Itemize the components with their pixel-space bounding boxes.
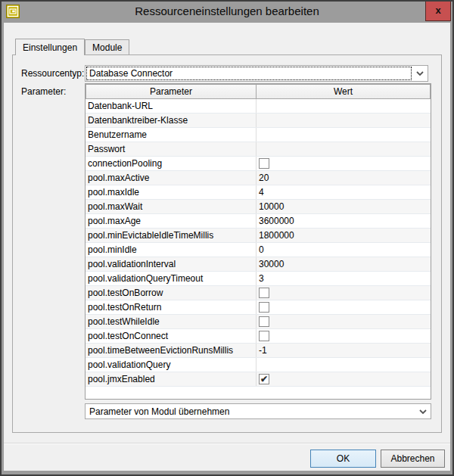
- param-name-cell: pool.testOnConnect: [86, 329, 257, 343]
- param-name-cell: pool.testWhileIdle: [86, 315, 257, 328]
- table-row[interactable]: pool.jmxEnabled ✔: [86, 372, 431, 387]
- table-row[interactable]: Passwort: [86, 142, 431, 157]
- table-row[interactable]: pool.testOnConnect: [86, 329, 431, 344]
- module-parameter-dropdown[interactable]: Parameter von Modul übernehmen: [85, 403, 431, 419]
- checkbox-unchecked[interactable]: [259, 302, 269, 313]
- param-name-cell: pool.timeBetweenEvictionRunsMillis: [86, 344, 257, 357]
- param-name-cell: pool.testOnReturn: [86, 300, 257, 314]
- titlebar[interactable]: Ressourceneinstellungen bearbeiten x: [2, 2, 452, 23]
- tab-strip: Einstellungen Module: [15, 39, 129, 54]
- ok-button[interactable]: OK: [310, 450, 376, 468]
- param-name-cell: pool.maxWait: [86, 200, 257, 213]
- param-name-cell: pool.jmxEnabled: [86, 372, 257, 386]
- table-row[interactable]: pool.maxIdle 4: [86, 185, 431, 200]
- dialog-content: Einstellungen Module Ressourcentyp: Data…: [4, 23, 450, 471]
- param-name-cell: pool.validationQuery: [86, 358, 257, 372]
- param-value-cell[interactable]: [257, 286, 431, 300]
- checkbox-unchecked[interactable]: [259, 288, 269, 298]
- param-name-cell: Benutzername: [86, 128, 257, 142]
- param-value-cell[interactable]: [257, 114, 431, 127]
- param-value-cell[interactable]: 0: [257, 243, 431, 257]
- param-value-cell[interactable]: 3600000: [257, 214, 431, 228]
- param-name-cell: pool.maxActive: [86, 171, 257, 185]
- checkbox-unchecked[interactable]: [259, 316, 269, 327]
- param-name-cell: Passwort: [86, 142, 257, 156]
- param-name-cell: pool.validationQueryTimeout: [86, 272, 257, 285]
- param-value-cell[interactable]: 30000: [257, 257, 431, 271]
- param-value-cell[interactable]: [257, 315, 431, 328]
- parameter-label: Parameter:: [21, 86, 66, 97]
- table-row[interactable]: pool.testOnReturn: [86, 300, 431, 315]
- param-value-cell[interactable]: ✔: [257, 372, 431, 386]
- table-row[interactable]: Datenbanktreiber-Klasse: [86, 114, 431, 128]
- param-value-cell[interactable]: 3: [257, 272, 431, 285]
- chevron-down-icon: [416, 71, 424, 76]
- close-button[interactable]: x: [425, 2, 451, 21]
- column-header-wert[interactable]: Wert: [257, 84, 431, 99]
- table-row[interactable]: pool.validationQuery: [86, 358, 431, 372]
- table-row[interactable]: pool.validationQueryTimeout 3: [86, 272, 431, 286]
- window-title: Ressourceneinstellungen bearbeiten: [2, 5, 452, 17]
- param-name-cell: pool.minIdle: [86, 243, 257, 257]
- table-row[interactable]: pool.maxWait 10000: [86, 200, 431, 214]
- dialog-window: Ressourceneinstellungen bearbeiten x Ein…: [0, 0, 454, 476]
- param-value-cell[interactable]: [257, 128, 431, 142]
- table-row[interactable]: pool.timeBetweenEvictionRunsMillis -1: [86, 344, 431, 358]
- parameter-table: Parameter Wert Datenbank-URL Datenbanktr…: [85, 83, 431, 400]
- tab-einstellungen[interactable]: Einstellungen: [15, 39, 85, 55]
- table-row[interactable]: pool.testOnBorrow: [86, 286, 431, 300]
- checkbox-unchecked[interactable]: [259, 331, 269, 341]
- tab-module[interactable]: Module: [85, 39, 129, 54]
- checkbox-unchecked[interactable]: [259, 158, 269, 169]
- table-row[interactable]: Datenbank-URL: [86, 99, 431, 114]
- table-row[interactable]: pool.minIdle 0: [86, 243, 431, 257]
- table-row[interactable]: pool.testWhileIdle: [86, 315, 431, 329]
- param-name-cell: pool.maxIdle: [86, 185, 257, 199]
- param-value-cell[interactable]: 1800000: [257, 229, 431, 242]
- chevron-down-icon: [419, 409, 427, 415]
- module-parameter-dropdown-value: Parameter von Modul übernehmen: [87, 406, 414, 417]
- column-header-parameter[interactable]: Parameter: [86, 84, 257, 99]
- param-value-cell[interactable]: [257, 157, 431, 170]
- param-value-cell[interactable]: [257, 358, 431, 372]
- parameter-table-header: Parameter Wert: [86, 84, 431, 99]
- close-icon: x: [435, 5, 440, 16]
- cancel-button[interactable]: Abbrechen: [381, 450, 445, 468]
- resource-type-value: Database Connector: [87, 67, 411, 79]
- param-name-cell: pool.testOnBorrow: [86, 286, 257, 300]
- param-name-cell: Datenbank-URL: [86, 99, 257, 113]
- checkbox-checked[interactable]: ✔: [259, 374, 269, 384]
- table-row[interactable]: Benutzername: [86, 128, 431, 142]
- resource-type-label: Ressourcentyp:: [21, 68, 84, 79]
- button-bar-separator: [4, 443, 450, 444]
- param-value-cell[interactable]: 10000: [257, 200, 431, 213]
- table-row[interactable]: connectionPooling: [86, 157, 431, 171]
- param-name-cell: pool.maxAge: [86, 214, 257, 228]
- param-name-cell: connectionPooling: [86, 157, 257, 170]
- param-value-cell[interactable]: 20: [257, 171, 431, 185]
- param-name-cell: pool.minEvictableIdleTimeMillis: [86, 229, 257, 242]
- param-name-cell: pool.validationInterval: [86, 257, 257, 271]
- param-name-cell: Datenbanktreiber-Klasse: [86, 114, 257, 127]
- table-row[interactable]: pool.maxAge 3600000: [86, 214, 431, 229]
- table-row[interactable]: pool.minEvictableIdleTimeMillis 1800000: [86, 229, 431, 243]
- param-value-cell[interactable]: [257, 142, 431, 156]
- parameter-table-body: Datenbank-URL Datenbanktreiber-Klasse Be…: [86, 99, 431, 387]
- settings-tab-panel: Ressourcentyp: Database Connector Parame…: [12, 54, 442, 433]
- param-value-cell[interactable]: -1: [257, 344, 431, 357]
- param-value-cell[interactable]: [257, 329, 431, 343]
- param-value-cell[interactable]: [257, 300, 431, 314]
- param-value-cell[interactable]: 4: [257, 185, 431, 199]
- resource-type-combobox[interactable]: Database Connector: [85, 65, 428, 82]
- table-row[interactable]: pool.validationInterval 30000: [86, 257, 431, 272]
- param-value-cell[interactable]: [257, 99, 431, 113]
- table-row[interactable]: pool.maxActive 20: [86, 171, 431, 185]
